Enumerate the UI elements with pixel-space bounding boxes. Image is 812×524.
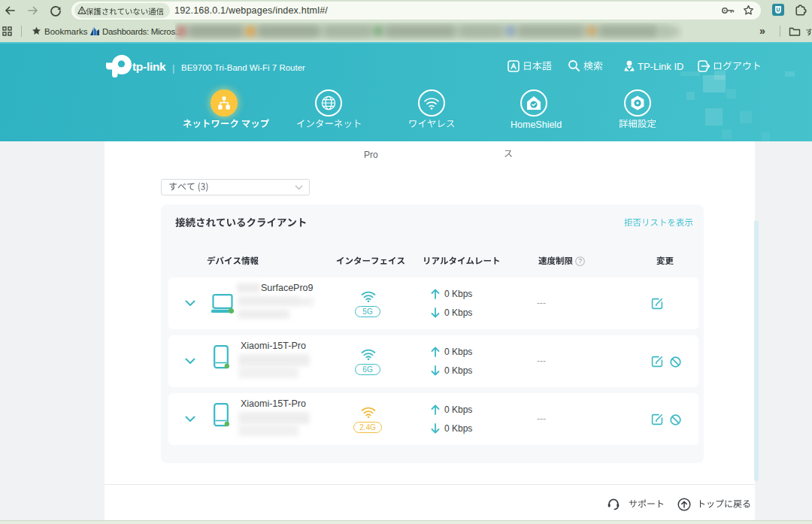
svg-text:?: ? <box>578 257 582 265</box>
